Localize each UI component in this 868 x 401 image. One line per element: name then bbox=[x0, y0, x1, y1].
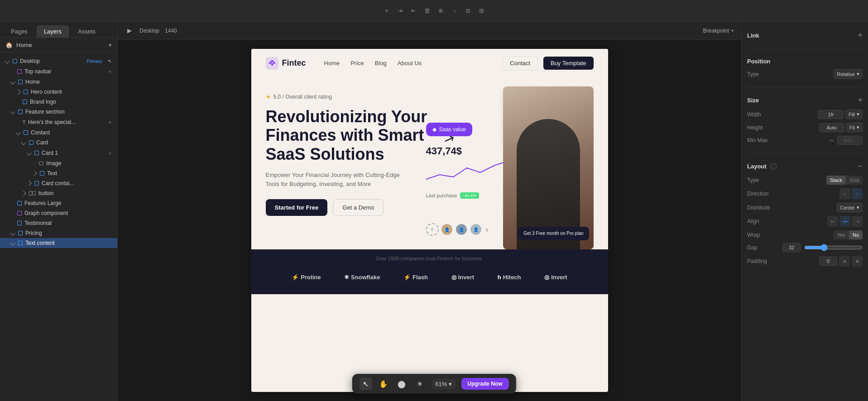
layer-heres-special[interactable]: T Here's the special... + bbox=[0, 117, 117, 128]
breakpoint-button[interactable]: Breakpoint + bbox=[703, 28, 734, 34]
demo-button[interactable]: Get a Demo bbox=[333, 199, 384, 216]
layout-minus-icon[interactable]: − bbox=[858, 162, 863, 171]
layout-info-icon[interactable]: i bbox=[770, 163, 777, 170]
layer-card[interactable]: Card bbox=[0, 138, 117, 148]
brand-invert-2: ◎ Invert bbox=[544, 274, 567, 281]
started-button[interactable]: Started for Free bbox=[266, 199, 328, 216]
position-type-select[interactable]: Relative ▾ bbox=[834, 69, 863, 79]
add-card1[interactable]: + bbox=[108, 149, 112, 157]
grid-button[interactable]: Grid bbox=[846, 176, 863, 185]
layer-card-contai[interactable]: Card contai... bbox=[0, 178, 117, 188]
layer-hero-content[interactable]: Hero content bbox=[0, 87, 117, 97]
padding-row: Padding 0 ⊞ ⊠ bbox=[747, 256, 863, 267]
width-fit-chevron: ▾ bbox=[857, 111, 859, 117]
tab-pages[interactable]: Pages bbox=[4, 25, 35, 38]
zoom-control[interactable]: 61% ▾ bbox=[432, 379, 456, 389]
padding-individual-icon[interactable]: ⊠ bbox=[852, 256, 863, 267]
nav-about[interactable]: About Us bbox=[398, 60, 422, 67]
toolbar-icon-3[interactable]: ⇤ bbox=[408, 5, 420, 17]
layer-hero-section[interactable]: Home bbox=[0, 77, 117, 87]
divider-3 bbox=[747, 153, 863, 153]
link-add-icon[interactable]: + bbox=[858, 31, 863, 40]
wrap-no[interactable]: No bbox=[849, 230, 863, 239]
layer-pricing[interactable]: Pricing bbox=[0, 228, 117, 238]
cursor-tool[interactable]: ↖ bbox=[359, 377, 372, 390]
layer-testimonial[interactable]: Testimonial bbox=[0, 218, 117, 228]
direction-horizontal[interactable]: ↔ bbox=[839, 188, 850, 199]
width-row: Width 1fr Fill ▾ bbox=[747, 110, 863, 119]
layer-text-content[interactable]: Text content bbox=[0, 238, 117, 248]
padding-expand-icon[interactable]: ⊞ bbox=[839, 256, 850, 267]
align-left[interactable]: ⊢ bbox=[827, 216, 838, 227]
hand-tool[interactable]: ✋ bbox=[377, 377, 390, 390]
hero-title: Revolutionizing Your Finances with Smart… bbox=[266, 107, 431, 163]
layer-features-large[interactable]: Features Large bbox=[0, 198, 117, 208]
size-label: Size bbox=[747, 97, 759, 104]
width-fit-select[interactable]: Fill ▾ bbox=[845, 110, 863, 119]
gap-slider[interactable] bbox=[804, 244, 863, 251]
upgrade-button[interactable]: Upgrade Now bbox=[461, 378, 508, 390]
nav-home[interactable]: Home bbox=[324, 60, 340, 67]
expand-feature bbox=[10, 109, 15, 114]
layer-label-top-navbar: Top navbar bbox=[24, 68, 51, 75]
nav-price[interactable]: Price bbox=[350, 60, 364, 67]
width-input[interactable]: 1fr bbox=[818, 110, 844, 119]
toolbar-icon-6[interactable]: ⬦ bbox=[449, 5, 460, 17]
layer-label-card-contai: Card contai... bbox=[42, 180, 74, 186]
padding-label: Padding bbox=[747, 258, 767, 264]
avatar-2: 👤 bbox=[455, 223, 468, 236]
buy-template-button[interactable]: Buy Template bbox=[543, 57, 594, 70]
direction-vertical[interactable]: ↕ bbox=[852, 188, 863, 199]
toolbar-icon-1[interactable]: ⌖ bbox=[381, 5, 393, 17]
layer-contant[interactable]: Contant bbox=[0, 128, 117, 138]
last-purchase-label: Last purchase bbox=[426, 193, 457, 198]
toolbar-icon-7[interactable]: ⧉ bbox=[462, 5, 474, 17]
toolbar-icon-4[interactable]: 🗑 bbox=[422, 5, 433, 17]
layout-section-header: Layout i − bbox=[747, 162, 863, 171]
layer-button[interactable]: button bbox=[0, 188, 117, 198]
layer-card-1[interactable]: Card 1 + bbox=[0, 148, 117, 158]
icon-image bbox=[39, 162, 43, 165]
tab-assets[interactable]: Assets bbox=[71, 25, 103, 38]
toolbar-icon-8[interactable]: ⊞ bbox=[476, 5, 488, 17]
add-avatar[interactable]: + bbox=[426, 223, 439, 236]
tab-layers[interactable]: Layers bbox=[37, 25, 69, 38]
site-nav-links: Home Price Blog About Us bbox=[324, 60, 422, 67]
layer-graph-component[interactable]: Graph component bbox=[0, 208, 117, 218]
sun-tool[interactable]: ☀ bbox=[413, 377, 426, 390]
add-top-navbar[interactable]: + bbox=[108, 68, 112, 75]
distribute-select[interactable]: Center ▾ bbox=[837, 203, 863, 212]
height-fit-select[interactable]: Fit ▾ bbox=[846, 123, 863, 132]
circle-tool[interactable]: ⬤ bbox=[395, 377, 408, 390]
layer-label-button: button bbox=[38, 190, 53, 196]
type-label: Type bbox=[747, 71, 759, 77]
layer-text[interactable]: Text bbox=[0, 168, 117, 178]
height-fit-chevron: ▾ bbox=[857, 124, 859, 130]
stack-button[interactable]: Stack bbox=[826, 176, 846, 185]
align-center[interactable]: ⊣⊢ bbox=[839, 216, 850, 227]
align-right[interactable]: ⊣ bbox=[852, 216, 863, 227]
height-input[interactable]: Auto bbox=[819, 123, 844, 132]
badge-primary: Primary bbox=[87, 59, 102, 64]
gap-input[interactable]: 32 bbox=[782, 243, 801, 252]
layer-image[interactable]: Image bbox=[0, 158, 117, 168]
layer-feature-section[interactable]: Feature sectrion bbox=[0, 107, 117, 117]
min-max-input[interactable]: Add... bbox=[837, 136, 863, 145]
layer-top-navbar[interactable]: Top navbar + bbox=[0, 66, 117, 77]
layer-label-card: Card bbox=[36, 139, 48, 146]
canvas-scroll[interactable]: Fintec Home Price Blog About Us Contact … bbox=[118, 40, 741, 401]
right-sidebar: Link + Position Type Relative ▾ Size + W… bbox=[741, 22, 868, 401]
toolbar-icon-5[interactable]: ⊕ bbox=[435, 5, 447, 17]
padding-input[interactable]: 0 bbox=[819, 257, 837, 266]
toolbar-icon-2[interactable]: ⇥ bbox=[394, 5, 406, 17]
nav-blog[interactable]: Blog bbox=[375, 60, 387, 67]
play-button[interactable]: ▶ bbox=[125, 26, 134, 35]
add-breakpoint-icon[interactable]: + bbox=[731, 28, 734, 34]
contact-button[interactable]: Contact bbox=[502, 56, 538, 70]
layer-brand-logo[interactable]: Brand logo bbox=[0, 97, 117, 107]
layer-desktop[interactable]: Desktop Primary ↖ bbox=[0, 56, 117, 66]
saas-diamond-icon: ◆ bbox=[432, 126, 436, 133]
wrap-yes[interactable]: Yes bbox=[834, 230, 849, 239]
add-heres[interactable]: + bbox=[108, 119, 112, 126]
size-add-icon[interactable]: + bbox=[858, 95, 863, 105]
